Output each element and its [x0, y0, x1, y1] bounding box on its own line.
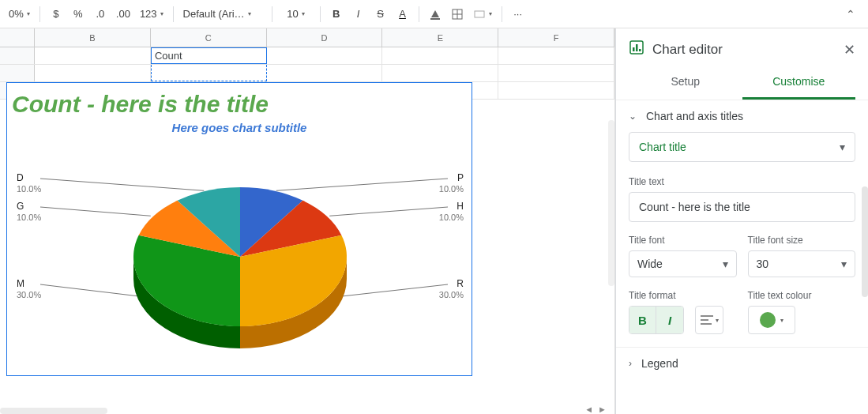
font-select[interactable]: Default (Ari… — [179, 4, 266, 24]
editor-panel-title: Chart editor — [652, 42, 723, 58]
title-font-label: Title font — [629, 235, 737, 246]
chevron-down-icon: ▾ — [840, 141, 845, 153]
bold-toggle[interactable]: B — [629, 307, 656, 333]
svg-rect-12 — [633, 47, 635, 51]
pie-slice-label: P10.0% — [439, 172, 464, 194]
svg-rect-14 — [639, 49, 641, 51]
pie-slice-label: H10.0% — [439, 201, 464, 223]
more-toolbar-button[interactable]: ··· — [508, 4, 528, 24]
column-headers: B C D E F — [0, 28, 614, 47]
bold-button[interactable]: B — [326, 4, 347, 24]
font-size-select[interactable]: 10 — [278, 4, 314, 24]
chart-subtitle: Here goes chart subtitle — [7, 118, 472, 134]
svg-line-10 — [40, 179, 204, 190]
panel-scrollbar[interactable] — [862, 186, 868, 297]
zoom-select[interactable]: 0% — [5, 4, 34, 24]
table-row — [0, 65, 614, 82]
fill-color-button[interactable] — [425, 4, 445, 24]
pie-chart: P10.0%H10.0%R30.0%M30.0%G10.0%D10.0% — [7, 134, 472, 363]
svg-rect-4 — [475, 11, 484, 17]
text-color-button[interactable]: A — [393, 4, 413, 24]
svg-line-5 — [276, 179, 448, 190]
tab-customise[interactable]: Customise — [742, 67, 856, 100]
spreadsheet-area[interactable]: B C D E F Count :28 P Count - here is th… — [0, 28, 615, 414]
title-text-label: Title text — [629, 176, 855, 187]
italic-toggle[interactable]: I — [656, 307, 683, 333]
horizontal-scrollbar[interactable] — [0, 408, 107, 414]
title-font-size-label: Title font size — [748, 235, 856, 246]
toolbar: 0% $ % .0 .00 123 Default (Ari… 10 B I S… — [0, 0, 868, 28]
title-color-picker[interactable]: ▾ — [748, 306, 795, 334]
tab-setup[interactable]: Setup — [629, 67, 742, 100]
chevron-right-icon: › — [629, 358, 632, 369]
title-font-select[interactable]: Wide▾ — [629, 250, 737, 277]
collapse-toolbar-button[interactable]: ⌃ — [846, 8, 863, 21]
svg-line-7 — [329, 284, 448, 298]
selected-cell[interactable]: Count — [151, 47, 267, 64]
pie-slice-label: R30.0% — [439, 278, 464, 300]
svg-rect-0 — [430, 18, 440, 20]
vertical-scrollbar[interactable] — [608, 120, 614, 286]
pie-slice-label: G10.0% — [17, 201, 41, 223]
column-header[interactable]: B — [35, 28, 151, 47]
title-scope-select[interactable]: Chart title ▾ — [629, 132, 855, 162]
increase-decimal-button[interactable]: .00 — [112, 4, 134, 24]
chart-editor-panel: Chart editor ✕ Setup Customise ⌄ Chart a… — [615, 28, 868, 414]
chevron-down-icon: ⌄ — [629, 111, 637, 122]
align-menu[interactable]: ▾ — [696, 307, 723, 333]
strikethrough-button[interactable]: S — [370, 4, 391, 24]
title-text-input[interactable] — [629, 192, 855, 222]
chart-title: Count - here is the title — [7, 83, 472, 118]
number-format-menu[interactable]: 123 — [136, 4, 167, 24]
section-chart-axis-titles[interactable]: ⌄ Chart and axis titles — [616, 100, 868, 132]
borders-button[interactable] — [447, 4, 468, 24]
format-currency-button[interactable]: $ — [46, 4, 66, 24]
chart-object[interactable]: Count - here is the title Here goes char… — [6, 82, 472, 376]
close-editor-button[interactable]: ✕ — [844, 41, 855, 58]
svg-rect-13 — [636, 44, 638, 51]
section-legend[interactable]: › Legend — [616, 347, 868, 379]
title-font-size-select[interactable]: 30▾ — [748, 250, 856, 277]
column-header[interactable]: D — [267, 28, 383, 47]
color-swatch — [760, 312, 776, 328]
merge-cells-button[interactable] — [469, 4, 496, 24]
title-format-label: Title format — [629, 290, 737, 301]
format-percent-button[interactable]: % — [68, 4, 88, 24]
decrease-decimal-button[interactable]: .0 — [90, 4, 111, 24]
column-header[interactable]: C — [151, 28, 267, 47]
title-color-label: Title text colour — [748, 290, 856, 301]
column-header[interactable]: F — [498, 28, 614, 47]
column-header[interactable]: E — [382, 28, 498, 47]
svg-line-6 — [329, 207, 448, 216]
table-row: Count — [0, 47, 614, 65]
italic-button[interactable]: I — [348, 4, 369, 24]
pie-slice-label: D10.0% — [17, 172, 41, 194]
chart-icon — [629, 40, 644, 59]
pie-slice-label: M30.0% — [17, 278, 41, 300]
svg-line-9 — [40, 207, 151, 216]
sheet-scroll-arrows[interactable]: ◄► — [584, 405, 607, 414]
